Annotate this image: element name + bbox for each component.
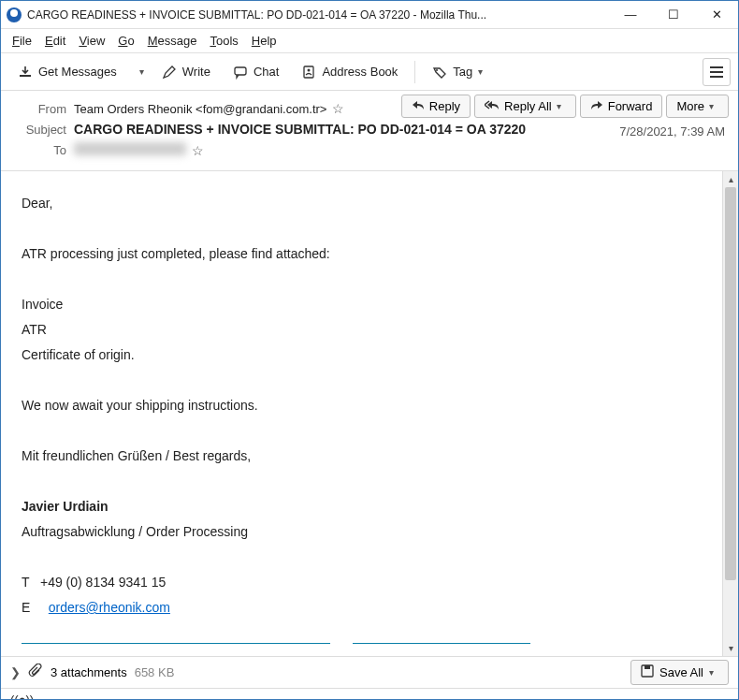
save-all-label: Save All	[659, 665, 703, 679]
reply-label: Reply	[429, 99, 460, 113]
address-book-button[interactable]: Address Book	[292, 59, 407, 85]
reply-all-label: Reply All	[504, 99, 552, 113]
save-all-button[interactable]: Save All ▾	[630, 660, 729, 685]
forward-button[interactable]: Forward	[580, 95, 663, 118]
signature-name: Javier Urdiain	[22, 497, 702, 517]
divider-row-1	[22, 643, 702, 644]
write-button[interactable]: Write	[152, 59, 220, 85]
message-body: Dear, ATR processing just completed, ple…	[1, 171, 722, 656]
signature-title: Auftragsabwicklung / Order Processing	[22, 522, 702, 542]
message-date: 7/28/2021, 7:39 AM	[619, 124, 725, 139]
toolbar-separator	[414, 61, 415, 83]
subject-value: CARGO READINESS + INVOICE SUBMITTAL: PO …	[74, 122, 526, 137]
menu-help[interactable]: Help	[246, 32, 283, 50]
window-buttons: — ☐ ✕	[609, 1, 738, 29]
tag-icon	[432, 65, 447, 80]
body-line1: ATR processing just completed, please fi…	[22, 244, 702, 264]
signature-phone: T +49 (0) 8134 9341 15	[22, 573, 702, 592]
get-messages-dropdown[interactable]: ▾	[130, 61, 149, 82]
svg-rect-0	[20, 75, 31, 77]
svg-rect-2	[304, 66, 313, 78]
menu-tools[interactable]: Tools	[204, 32, 243, 50]
save-all-dropdown-icon: ▾	[709, 667, 718, 678]
menu-view[interactable]: View	[73, 32, 110, 50]
reply-all-icon	[485, 99, 500, 113]
email-label: E	[22, 600, 30, 615]
get-messages-label: Get Messages	[38, 65, 117, 79]
reply-all-dropdown-icon: ▾	[557, 101, 566, 111]
forward-label: Forward	[608, 99, 653, 113]
pencil-icon	[162, 65, 177, 80]
body-item2: ATR	[22, 320, 702, 340]
minimize-button[interactable]: —	[609, 1, 652, 29]
chat-icon	[233, 65, 248, 80]
menu-go[interactable]: Go	[112, 32, 139, 50]
news-stars: ****	[22, 655, 43, 656]
download-icon	[18, 65, 33, 80]
svg-rect-6	[645, 665, 650, 669]
svg-rect-1	[235, 67, 246, 75]
window-title: CARGO READINESS + INVOICE SUBMITTAL: PO …	[27, 8, 609, 22]
scroll-down-icon[interactable]: ▾	[723, 640, 738, 656]
signature-email: E orders@rheonik.com	[22, 598, 702, 618]
attachments-size: 658 KB	[135, 665, 175, 679]
message-body-wrap: Dear, ATR processing just completed, ple…	[1, 171, 738, 656]
svg-point-3	[308, 68, 311, 71]
body-greeting: Dear,	[22, 194, 702, 213]
menu-file[interactable]: File	[7, 32, 37, 50]
to-row: To ☆	[14, 139, 725, 161]
body-line2: We now await your shipping instructions.	[22, 396, 702, 416]
hamburger-menu-button[interactable]	[703, 58, 731, 86]
to-value[interactable]	[74, 142, 186, 158]
tag-dropdown-icon: ▾	[478, 66, 487, 77]
scroll-thumb[interactable]	[725, 187, 736, 580]
menu-message[interactable]: Message	[142, 32, 203, 50]
more-label: More	[676, 99, 704, 113]
close-button[interactable]: ✕	[695, 1, 738, 29]
to-label: To	[14, 143, 66, 157]
maximize-button[interactable]: ☐	[652, 1, 695, 29]
email-link[interactable]: orders@rheonik.com	[49, 600, 170, 615]
app-icon	[7, 7, 22, 22]
more-button[interactable]: More ▾	[666, 95, 729, 118]
from-label: From	[14, 102, 66, 116]
phone-label: T	[22, 575, 29, 590]
chat-label: Chat	[254, 65, 279, 79]
reply-all-button[interactable]: Reply All ▾	[474, 95, 576, 118]
menu-edit[interactable]: Edit	[39, 32, 71, 50]
reply-button[interactable]: Reply	[401, 95, 471, 118]
reply-icon	[412, 99, 425, 113]
news-line: **** Please see the latest news about ou…	[22, 653, 702, 656]
subject-label: Subject	[14, 123, 66, 137]
attachments-bar: ❯ 3 attachments 658 KB Save All ▾	[1, 656, 738, 688]
body-item1: Invoice	[22, 295, 702, 314]
vertical-scrollbar[interactable]: ▴ ▾	[722, 171, 738, 656]
news-text: Please see the latest news about our del…	[47, 655, 393, 656]
scroll-up-icon[interactable]: ▴	[723, 171, 738, 187]
message-headers: Reply Reply All ▾ Forward More ▾ From Te…	[1, 91, 738, 171]
star-to-icon[interactable]: ☆	[192, 143, 204, 158]
body-regards: Mit freundlichen Grüßen / Best regards,	[22, 446, 702, 466]
get-messages-button[interactable]: Get Messages	[8, 59, 126, 85]
tag-label: Tag	[453, 65, 472, 79]
more-dropdown-icon: ▾	[709, 101, 718, 111]
activity-icon[interactable]: ((●))	[10, 693, 34, 700]
write-label: Write	[182, 65, 210, 79]
phone-value: +49 (0) 8134 9341 15	[40, 575, 166, 590]
chat-button[interactable]: Chat	[224, 59, 288, 85]
star-from-icon[interactable]: ☆	[332, 101, 344, 116]
tag-button[interactable]: Tag ▾	[423, 59, 497, 85]
forward-icon	[590, 99, 603, 113]
save-icon	[641, 664, 654, 680]
news-stars2: ***	[490, 655, 507, 656]
subject-row: Subject CARGO READINESS + INVOICE SUBMIT…	[14, 119, 725, 139]
message-actions: Reply Reply All ▾ Forward More ▾	[401, 95, 729, 118]
titlebar: CARGO READINESS + INVOICE SUBMITTAL: PO …	[1, 1, 738, 29]
address-book-label: Address Book	[322, 65, 398, 79]
expand-attachments-icon[interactable]: ❯	[10, 665, 21, 679]
menubar: File Edit View Go Message Tools Help	[1, 29, 738, 53]
attachments-count[interactable]: 3 attachments	[51, 665, 127, 679]
to-redacted	[74, 142, 186, 155]
paperclip-icon	[28, 664, 43, 681]
from-value[interactable]: Team Orders Rheonik <fom@grandani.com.tr…	[74, 102, 326, 116]
